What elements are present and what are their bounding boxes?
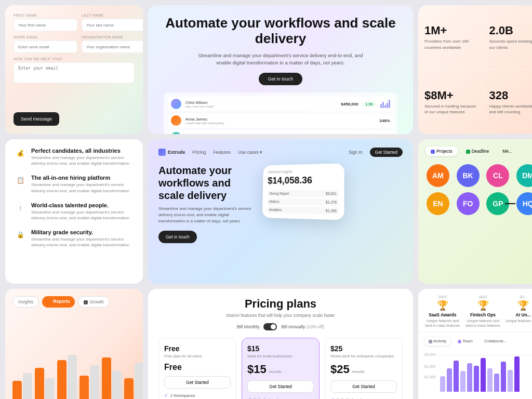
plan-25-price: $25 /month <box>330 363 397 376</box>
dollar-icon: 💰 <box>15 148 26 159</box>
metric-1: $458,000 <box>341 102 358 107</box>
member-cell-1: AM <box>425 164 450 187</box>
check-icon-3: ✓ <box>247 397 251 399</box>
feature-desc-4: Streamline and manage your department's … <box>31 236 134 248</box>
bar-feb-gray <box>45 378 55 399</box>
plan-free-desc: Free plan for all users. <box>164 354 231 358</box>
app-left-content: Automate your workflows and scale delive… <box>158 164 252 243</box>
billing-monthly: Bill Monthly <box>237 324 259 329</box>
tab-team[interactable]: Team <box>454 337 477 345</box>
billing-toggle: Bill Monthly Bill Annually (10% off) <box>158 323 403 330</box>
avatar-4: DM <box>516 164 532 187</box>
analytics-tabs: Insights Reports Growth <box>12 296 136 308</box>
email-group: WORK EMAIL <box>14 35 77 53</box>
tab-reports[interactable]: Reports <box>42 296 75 308</box>
bar-5 <box>389 100 390 108</box>
award-fintech-title: Fintech Ops <box>465 312 501 317</box>
pricing-title: Pricing plans <box>158 297 403 311</box>
team-member-grid: AM BK CL DM EN FO GP HQ <box>425 162 532 217</box>
award-saas-desc: Unique features and best-in-class featur… <box>424 318 461 328</box>
tab-collaborat[interactable]: Collaborat... <box>480 337 511 345</box>
first-name-label: FIRST NAME <box>14 14 77 17</box>
hero-title: Automate your workflows and scale delive… <box>164 16 397 47</box>
tab-me[interactable]: Me... <box>497 147 517 156</box>
app-navbar: Extrude Pricing Features Use cases ▾ Sig… <box>158 148 403 157</box>
email-input[interactable] <box>14 41 77 53</box>
send-message-button[interactable]: Send message <box>14 112 59 126</box>
last-name-input[interactable] <box>82 19 143 31</box>
stat-desc-8m: Secured in funding because of our unique… <box>424 103 476 115</box>
first-name-input[interactable] <box>14 19 77 31</box>
stat-desc-2b: Seconds spent working with our clients <box>489 38 533 50</box>
help-group: HOW CAN WE HELP YOU? <box>14 57 135 106</box>
phone-row-label-2: Metrics <box>269 200 280 203</box>
nav-buttons: Sign In Get Started <box>344 148 403 157</box>
member-cell-2: BK <box>456 164 481 187</box>
mini-bar-11 <box>508 370 513 392</box>
plan-free-name: Free <box>164 344 231 353</box>
bar-group-jun <box>124 363 143 399</box>
bar-apr-orange <box>79 376 89 399</box>
avatar-chris2 <box>171 132 181 134</box>
clipboard-icon: 📋 <box>15 175 26 186</box>
plan-15-button[interactable]: Get Started <box>247 380 314 393</box>
hero-cta-button[interactable]: Get in touch <box>259 73 303 85</box>
feature-title-4: Military grade security. <box>31 229 134 235</box>
hero-dashboard: Chris Wilson Hey, how can I help? $458,0… <box>164 92 397 134</box>
tab-activity[interactable]: Activity <box>424 337 450 345</box>
member-cell-4: DM <box>515 164 532 187</box>
tab-growth[interactable]: Growth <box>78 296 109 308</box>
plan-25-button[interactable]: Get Started <box>330 380 397 393</box>
plan-15-features: ✓ Unlimited workspaces ✓ Unlimited colla… <box>247 397 314 399</box>
phone-row-3: Analytics $1,296 <box>267 206 339 215</box>
chart-container: $1,500 $1,000 <box>424 355 532 391</box>
tab-projects[interactable]: Projects <box>425 147 458 156</box>
app-description: Streamline and manage your department's … <box>158 206 252 224</box>
bar-mar-orange <box>57 360 66 399</box>
plan-free-button[interactable]: Get Started <box>164 376 231 389</box>
mini-bar-1 <box>440 376 445 392</box>
feature-4: 🔒 Military grade security. Streamline an… <box>15 229 134 248</box>
get-started-button[interactable]: Get Started <box>370 148 403 157</box>
user-msg-1: Hey, how can I help? <box>185 105 337 108</box>
nav-features[interactable]: Features <box>214 150 231 155</box>
bar-3 <box>384 105 386 108</box>
award-ai-year: 20... <box>505 295 532 299</box>
feature-title-2: The all-in-one hiring platform <box>31 175 134 181</box>
user-info-1: Chris Wilson Hey, how can I help? <box>185 100 337 108</box>
org-name-group: ORGANISATION NAME <box>82 35 143 53</box>
plan-25-name: $25 <box>330 344 397 353</box>
hero-description: Streamline and manage your department's … <box>197 52 364 67</box>
plan-15-price: $15 /month <box>247 363 314 376</box>
feature-desc-3: Streamline and manage your department's … <box>31 209 134 221</box>
org-name-input[interactable] <box>82 41 143 53</box>
phone-row-label-1: Strong Report <box>269 192 289 195</box>
feature-title-1: Perfect candidates, all industries <box>31 148 134 154</box>
mini-bars-1 <box>380 100 390 108</box>
main-grid: FIRST NAME LAST NAME WORK EMAIL ORGANISA… <box>0 0 532 399</box>
phone-rows: Strong Report $9,821 Metrics $1,278 Anal… <box>267 190 339 215</box>
sign-in-button[interactable]: Sign In <box>344 148 366 157</box>
tab-insights[interactable]: Insights <box>12 296 39 308</box>
email-label: WORK EMAIL <box>14 35 77 39</box>
award-ai: 20... 🏆 AI Un... Unique features and... <box>505 295 532 328</box>
plan-free: Free Free plan for all users. Free Get S… <box>158 338 236 399</box>
org-name-label: ORGANISATION NAME <box>82 35 143 39</box>
arrows-icon: ↕ <box>15 202 26 214</box>
billing-switch[interactable] <box>263 323 277 330</box>
help-label: HOW CAN WE HELP YOU? <box>14 57 135 61</box>
mini-bar-2 <box>447 368 452 392</box>
help-textarea[interactable] <box>14 62 135 83</box>
nav-pricing[interactable]: Pricing <box>193 150 206 155</box>
app-cta-button[interactable]: Get in touch <box>158 231 197 243</box>
plan-15-feature-text-1: Unlimited workspaces <box>254 397 291 400</box>
app-phone-mockup: General Insights $14,058.36 Strong Repor… <box>260 164 403 219</box>
nav-usecases[interactable]: Use cases ▾ <box>238 150 262 155</box>
user-info-3: Chris Wilson No worries, let me send you… <box>185 134 390 134</box>
feature-content-1: Perfect candidates, all industries Strea… <box>31 148 134 166</box>
stat-328: 328 Happy clients worldwide and still co… <box>483 70 533 134</box>
award-fintech: 2022 🏆 Fintech Ops Unique features and b… <box>465 295 501 328</box>
phone-amount: $14,058.36 <box>268 175 339 186</box>
award-fintech-desc: Unique features and best-in-class featur… <box>465 318 501 328</box>
tab-deadline[interactable]: Deadline <box>461 147 495 156</box>
